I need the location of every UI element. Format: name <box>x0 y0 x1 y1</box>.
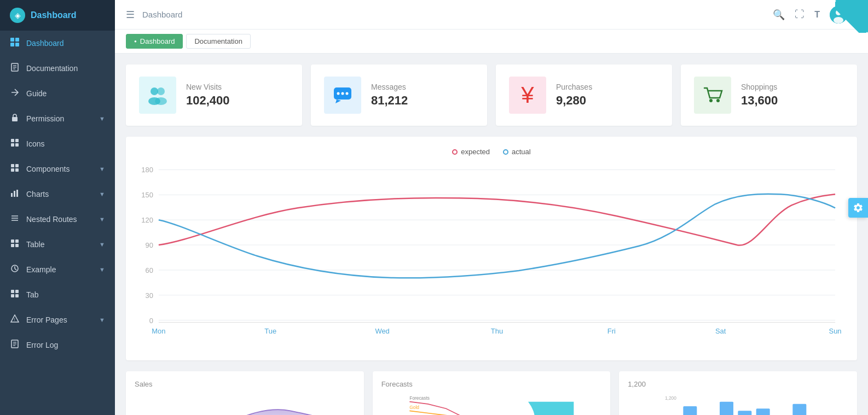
legend-actual: actual <box>503 148 531 156</box>
visits-icon <box>146 84 169 107</box>
sidebar-label-nested-routes: Nested Routes <box>26 215 77 224</box>
sidebar-item-table[interactable]: Table ▼ <box>0 232 115 257</box>
stat-card-new-visits: New Visits 102,400 <box>126 65 302 126</box>
sidebar-item-tab[interactable]: Tab <box>0 282 115 307</box>
stat-label-shoppings: Shoppings <box>741 83 778 91</box>
sidebar-icon-example <box>10 264 20 275</box>
sidebar-item-left-dashboard: Dashboard <box>10 38 64 49</box>
svg-rect-15 <box>11 168 14 172</box>
bottom-charts-row: Sales Forecasts <box>126 371 857 415</box>
svg-text:Sat: Sat <box>715 327 726 335</box>
svg-rect-19 <box>16 190 18 197</box>
sidebar-item-documentation[interactable]: Documentation <box>0 56 115 81</box>
svg-point-49 <box>709 99 713 102</box>
avatar-container[interactable]: ▼ <box>830 6 857 24</box>
sidebar-item-dashboard[interactable]: Dashboard <box>0 31 115 56</box>
sidebar-icon-table <box>10 239 20 250</box>
sidebar-label-error-pages: Error Pages <box>26 315 67 324</box>
stat-label-visits: New Visits <box>186 83 230 91</box>
line-chart-svg: 180 150 120 90 60 30 0 <box>137 161 846 347</box>
sidebar-icon-components <box>10 163 20 174</box>
svg-point-50 <box>716 99 720 102</box>
legend-label-actual: actual <box>512 148 531 156</box>
settings-icon <box>853 202 864 213</box>
sidebar-icon-error-pages: ! <box>10 314 20 325</box>
svg-rect-0 <box>10 38 14 42</box>
svg-marker-48 <box>335 100 341 103</box>
svg-rect-80 <box>738 411 752 415</box>
stat-value-visits: 102,400 <box>186 93 230 108</box>
svg-point-41 <box>157 87 165 95</box>
stat-cards-grid: New Visits 102,400 Messages 81,2 <box>126 65 857 126</box>
stat-info-purchases: Purchases 9,280 <box>556 83 592 108</box>
svg-point-40 <box>151 87 158 95</box>
svg-text:120: 120 <box>141 216 153 224</box>
tab-documentation[interactable]: Documentation <box>186 34 250 49</box>
svg-text:0: 0 <box>149 317 153 325</box>
sidebar: ◈ Dashboard Dashboard Documentation Guid… <box>0 0 115 415</box>
stat-info-shoppings: Shoppings 13,600 <box>741 83 778 108</box>
svg-text:Mon: Mon <box>152 327 165 335</box>
sidebar-item-error-pages[interactable]: ! Error Pages ▼ <box>0 307 115 332</box>
search-icon[interactable]: 🔍 <box>773 9 785 21</box>
svg-text:60: 60 <box>145 266 153 274</box>
sidebar-item-error-log[interactable]: Error Log <box>0 332 115 358</box>
svg-point-39 <box>834 17 843 24</box>
chevron-icon-error-pages: ▼ <box>99 317 105 323</box>
revenue-chart: 1,200 1,000 <box>628 393 848 415</box>
sidebar-item-icons[interactable]: Icons <box>0 131 115 156</box>
sidebar-label-icons: Icons <box>26 139 44 148</box>
svg-text:90: 90 <box>145 241 153 249</box>
menu-icon[interactable]: ☰ <box>126 9 135 21</box>
svg-rect-83 <box>793 404 807 415</box>
messages-icon <box>331 84 354 107</box>
svg-point-43 <box>155 97 167 105</box>
svg-rect-25 <box>11 244 14 247</box>
svg-rect-24 <box>15 239 19 243</box>
svg-rect-13 <box>11 164 14 167</box>
svg-text:Gold: Gold <box>409 405 419 410</box>
legend-dot-expected <box>452 149 458 155</box>
chevron-icon-table: ▼ <box>99 241 105 248</box>
stat-card-messages: Messages 81,212 <box>311 65 487 126</box>
sidebar-item-charts[interactable]: Charts ▼ <box>0 182 115 207</box>
svg-rect-30 <box>11 294 14 297</box>
fontsize-icon[interactable]: T <box>814 10 820 20</box>
sidebar-label-guide: Guide <box>26 89 47 98</box>
cart-icon <box>701 84 724 107</box>
topbar-left: ☰ Dashboard <box>126 9 182 21</box>
sidebar-item-left-icons: Icons <box>10 138 44 149</box>
sidebar-logo[interactable]: ◈ Dashboard <box>0 0 115 31</box>
svg-rect-11 <box>11 143 14 147</box>
svg-rect-18 <box>14 191 15 197</box>
line-chart-section: expected actual 180 150 120 90 60 30 0 <box>126 137 857 360</box>
topbar-title: Dashboard <box>142 10 182 19</box>
sidebar-item-components[interactable]: Components ▼ <box>0 156 115 182</box>
sidebar-icon-documentation <box>10 63 20 74</box>
stat-info-messages: Messages 81,212 <box>371 83 408 108</box>
settings-fab[interactable] <box>848 198 868 218</box>
sidebar-label-dashboard: Dashboard <box>26 39 64 48</box>
sidebar-item-nested-routes[interactable]: Nested Routes ▼ <box>0 207 115 232</box>
sidebar-label-permission: Permission <box>26 114 64 123</box>
sidebar-label-error-log: Error Log <box>26 341 58 349</box>
sidebar-item-example[interactable]: Example ▼ <box>0 257 115 282</box>
fullscreen-icon[interactable]: ⛶ <box>795 9 805 20</box>
svg-text:180: 180 <box>141 166 153 174</box>
topbar-right: 🔍 ⛶ T ▼ <box>773 6 857 24</box>
bottom-chart-sales: Sales <box>126 371 364 415</box>
sidebar-item-guide[interactable]: Guide <box>0 81 115 106</box>
sidebar-item-left-example: Example <box>10 264 56 275</box>
sidebar-label-tab: Tab <box>26 290 39 299</box>
sidebar-icon-nested-routes <box>10 214 20 225</box>
topbar: ☰ Dashboard 🔍 ⛶ T ▼ <box>115 0 868 30</box>
breadcrumb-bar: Dashboard Documentation <box>115 30 868 54</box>
svg-text:150: 150 <box>141 191 153 199</box>
sidebar-icon-dashboard <box>10 38 20 49</box>
tab-dashboard[interactable]: Dashboard <box>126 34 183 49</box>
line-chart-wrap: 180 150 120 90 60 30 0 <box>137 161 846 349</box>
stat-icon-wrap-messages <box>324 77 361 114</box>
sidebar-label-components: Components <box>26 165 70 173</box>
sidebar-item-permission[interactable]: Permission ▼ <box>0 106 115 131</box>
sidebar-icon-charts <box>10 189 20 200</box>
